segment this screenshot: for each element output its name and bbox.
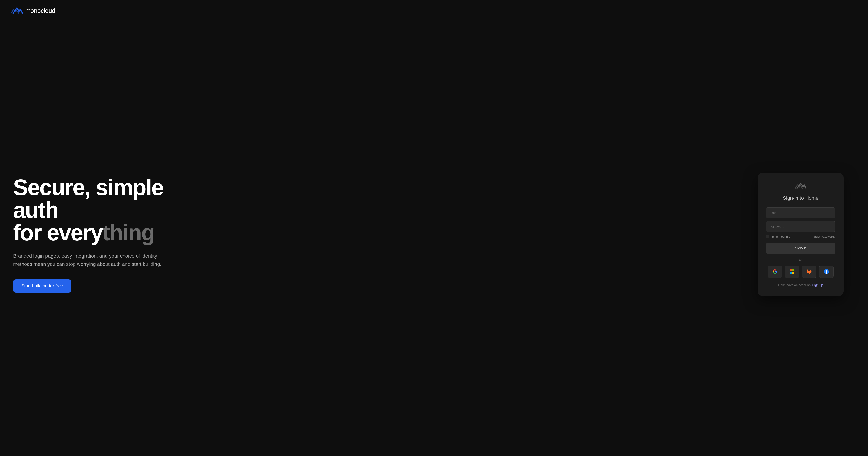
card-footer: Don't have an account? Sign up xyxy=(766,283,835,287)
header: monocloud xyxy=(0,0,868,22)
forgot-password-link[interactable]: Forgot Password? xyxy=(812,235,836,238)
or-divider: Or xyxy=(766,258,835,261)
cta-button[interactable]: Start building for free xyxy=(13,279,71,293)
password-field-group xyxy=(766,221,835,232)
page-wrapper: monocloud Secure, simple auth for everyt… xyxy=(0,0,868,456)
card-title: Sign-in to Home xyxy=(766,195,835,201)
google-signin-button[interactable] xyxy=(768,265,782,278)
card-logo xyxy=(766,182,835,191)
signup-link[interactable]: Sign up xyxy=(812,283,823,287)
signin-button[interactable]: Sign-in xyxy=(766,243,835,254)
no-account-text: Don't have an account? xyxy=(778,283,811,287)
headline-faded: thing xyxy=(102,220,154,245)
microsoft-icon xyxy=(789,269,795,275)
gitlab-icon xyxy=(806,269,812,275)
hero-headline: Secure, simple auth for everything xyxy=(13,176,187,244)
remember-me-label[interactable]: Remember me xyxy=(766,235,790,238)
headline-line1: Secure, simple auth xyxy=(13,175,163,223)
hero-section: Secure, simple auth for everything Brand… xyxy=(0,22,868,456)
logo-container: monocloud xyxy=(11,6,55,16)
email-input[interactable] xyxy=(766,207,835,218)
social-buttons xyxy=(766,265,835,278)
facebook-signin-button[interactable] xyxy=(819,265,834,278)
email-field-group xyxy=(766,207,835,218)
card-logo-icon xyxy=(795,182,806,191)
password-input[interactable] xyxy=(766,221,835,232)
microsoft-signin-button[interactable] xyxy=(785,265,799,278)
gitlab-signin-button[interactable] xyxy=(802,265,816,278)
remember-me-checkbox[interactable] xyxy=(766,235,769,238)
signin-card: Sign-in to Home Remember me Forgot Passw… xyxy=(758,173,844,296)
facebook-icon xyxy=(824,269,829,275)
hero-left: Secure, simple auth for everything Brand… xyxy=(11,176,187,292)
remember-me-text: Remember me xyxy=(771,235,790,238)
form-options: Remember me Forgot Password? xyxy=(766,235,835,238)
hero-right: Sign-in to Home Remember me Forgot Passw… xyxy=(758,173,844,296)
monocloud-logo-icon xyxy=(11,6,23,16)
headline-line2: for every xyxy=(13,220,102,245)
google-icon xyxy=(772,269,778,275)
hero-subtext: Branded login pages, easy integration, a… xyxy=(13,252,171,268)
brand-name: monocloud xyxy=(25,7,55,15)
